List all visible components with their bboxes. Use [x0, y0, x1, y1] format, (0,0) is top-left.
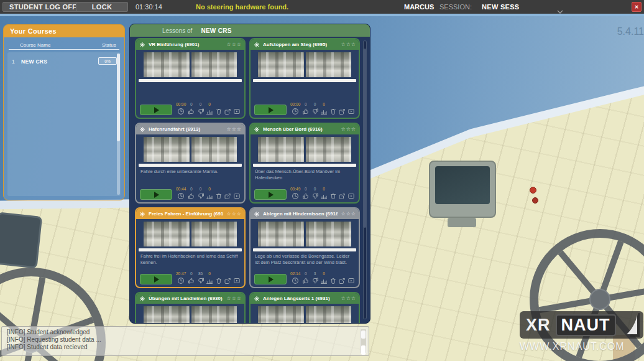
lesson-card[interactable]: Übungen mit Landleinen (6930) ☆☆☆ Grundl… — [135, 292, 246, 324]
share-button[interactable] — [338, 272, 346, 284]
star-icon[interactable]: ☆ — [341, 296, 345, 301]
rating-stars[interactable]: ☆☆☆ — [341, 42, 356, 47]
lesson-card[interactable]: Ablegen mit Hindernissen (6918) ☆☆☆ Lege… — [249, 207, 360, 288]
star-icon[interactable]: ☆ — [232, 212, 236, 217]
like-button[interactable]: 0 — [302, 272, 310, 284]
lesson-card[interactable]: Anlegen Längsseits 1 (6931) ☆☆☆ Anlegen … — [249, 292, 360, 324]
chevron-down-icon[interactable] — [557, 5, 563, 16]
star-icon[interactable]: ☆ — [226, 212, 231, 217]
course-status-badge[interactable]: 0% — [98, 57, 117, 65]
open-button[interactable] — [233, 187, 241, 200]
star-icon[interactable]: ☆ — [232, 127, 236, 132]
delete-button[interactable] — [215, 187, 223, 200]
play-button[interactable] — [254, 105, 287, 115]
dislike-button[interactable]: 86 — [197, 272, 205, 284]
open-button[interactable] — [347, 272, 355, 284]
share-icon — [224, 277, 231, 284]
play-button[interactable] — [254, 274, 287, 284]
dislike-button[interactable]: 0 — [197, 187, 205, 200]
student-log-off-button[interactable]: STUDENT LOG OFF — [2, 2, 83, 12]
share-button[interactable] — [224, 103, 231, 115]
lesson-card[interactable]: Aufstoppen am Steg (6995) ☆☆☆ 00:00 0 0 … — [249, 38, 360, 119]
star-icon[interactable]: ☆ — [351, 296, 356, 301]
course-row[interactable]: 1 NEW CRS 0% — [7, 56, 121, 68]
share-button[interactable] — [338, 187, 346, 200]
star-icon[interactable]: ☆ — [232, 42, 236, 47]
lessons-panel-header: Lessons of NEW CRS — [130, 24, 370, 37]
rating-stars[interactable]: ☆☆☆ — [226, 42, 241, 47]
star-icon[interactable]: ☆ — [237, 296, 241, 301]
like-button[interactable]: 0 — [188, 103, 195, 115]
rating-stars[interactable]: ☆☆☆ — [226, 212, 241, 217]
play-button[interactable] — [140, 105, 172, 115]
clock-icon — [292, 108, 299, 115]
lesson-card-selected[interactable]: Freies Fahren - Einführung (6917) ☆☆☆ Fa… — [135, 207, 246, 288]
delete-button[interactable] — [215, 103, 223, 115]
rating-stars[interactable]: ☆☆☆ — [341, 296, 356, 301]
share-button[interactable] — [224, 272, 231, 284]
star-icon[interactable]: ☆ — [341, 42, 345, 47]
play-button[interactable] — [254, 189, 287, 200]
close-button[interactable]: ✕ — [632, 2, 642, 12]
star-icon[interactable]: ☆ — [351, 212, 356, 217]
star-icon[interactable]: ☆ — [237, 127, 241, 132]
lesson-card[interactable]: Hafenrundfahrt (6913) ☆☆☆ Fahre durch ei… — [135, 123, 246, 204]
like-button[interactable]: 0 — [188, 187, 195, 200]
star-icon[interactable]: ☆ — [226, 296, 231, 301]
play-button[interactable] — [140, 189, 172, 200]
open-button[interactable] — [233, 272, 241, 284]
star-icon[interactable]: ☆ — [346, 212, 351, 217]
delete-button[interactable] — [329, 103, 337, 115]
play-icon — [269, 107, 274, 113]
lesson-card-header: Anlegen Längsseits 1 (6931) ☆☆☆ — [251, 293, 359, 304]
rating-stars[interactable]: ☆☆☆ — [341, 212, 356, 217]
log-scrollbar[interactable] — [360, 329, 367, 354]
star-icon[interactable]: ☆ — [237, 212, 241, 217]
star-icon[interactable]: ☆ — [237, 42, 241, 47]
lesson-type-icon — [254, 211, 260, 217]
lock-button[interactable]: LOCK — [76, 2, 128, 12]
share-button[interactable] — [338, 103, 346, 115]
rating-stars[interactable]: ☆☆☆ — [341, 127, 356, 132]
like-count: 0 — [305, 272, 307, 276]
star-icon[interactable]: ☆ — [341, 127, 345, 132]
star-icon[interactable]: ☆ — [346, 127, 351, 132]
lesson-duration: 00:49 — [290, 187, 300, 192]
star-icon[interactable]: ☆ — [346, 42, 351, 47]
open-button[interactable] — [347, 103, 355, 115]
rating-stars[interactable]: ☆☆☆ — [226, 296, 241, 301]
like-button[interactable]: 0 — [302, 103, 310, 115]
open-icon — [347, 108, 355, 115]
star-icon[interactable]: ☆ — [346, 296, 351, 301]
dislike-button[interactable]: 0 — [311, 103, 319, 115]
thumbs-up-icon — [302, 277, 310, 284]
session-select[interactable]: NEW SESS — [482, 3, 519, 11]
session-label: SESSION: — [439, 3, 472, 11]
like-button[interactable]: 0 — [188, 272, 195, 284]
dislike-button[interactable]: 3 — [311, 272, 319, 284]
lesson-toolbar: 02:14 0 3 0 — [251, 271, 359, 287]
open-button[interactable] — [347, 187, 355, 200]
dislike-button[interactable]: 0 — [311, 187, 319, 200]
star-icon[interactable]: ☆ — [232, 296, 236, 301]
duration-indicator: 00:44 — [176, 187, 186, 200]
delete-button[interactable] — [329, 272, 337, 284]
lessons-scrollbar[interactable] — [363, 40, 367, 319]
delete-button[interactable] — [329, 187, 337, 200]
delete-button[interactable] — [215, 272, 223, 284]
like-button[interactable]: 0 — [302, 187, 310, 200]
star-icon[interactable]: ☆ — [351, 42, 356, 47]
lesson-card[interactable]: Mensch über Bord (6916) ☆☆☆ Über das Men… — [249, 123, 360, 204]
share-button[interactable] — [224, 187, 231, 200]
star-icon[interactable]: ☆ — [341, 212, 345, 217]
star-icon[interactable]: ☆ — [226, 127, 231, 132]
courses-scrollbar[interactable] — [117, 54, 120, 195]
dislike-button[interactable]: 0 — [197, 103, 205, 115]
play-button[interactable] — [140, 274, 172, 284]
app-window: 5.4.11 XR NAUT WWW.XRNAUT.COM STUDENT LO… — [0, 0, 644, 361]
rating-stars[interactable]: ☆☆☆ — [226, 127, 241, 132]
open-button[interactable] — [233, 103, 241, 115]
star-icon[interactable]: ☆ — [226, 42, 231, 47]
star-icon[interactable]: ☆ — [351, 127, 356, 132]
lesson-card[interactable]: VR Einführung (6901) ☆☆☆ 00:00 0 0 0 — [135, 38, 246, 119]
